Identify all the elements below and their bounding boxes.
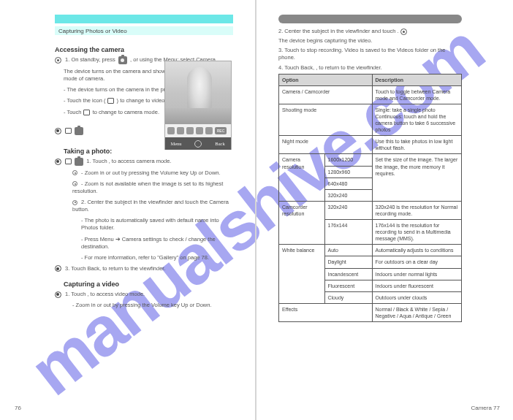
cell: 1280x960	[324, 166, 372, 177]
cell: For outdoors on a clear day	[372, 256, 462, 268]
table-row: Camera resolution 1600x1200 Set the size…	[279, 154, 462, 166]
number-1-icon	[55, 56, 64, 63]
cell: Single: take a single photo Continuous: …	[372, 104, 462, 135]
sub-bullet-icon	[72, 181, 77, 186]
cell: 176x144	[324, 220, 372, 245]
cell: Fluorescent	[324, 280, 372, 291]
left-header-bar	[55, 15, 233, 23]
video-mode-icon	[107, 98, 114, 104]
rec-indicator: REC	[215, 127, 227, 134]
softkey-shutter[interactable]	[187, 137, 209, 150]
right-header-bar	[278, 15, 462, 23]
cell-group: Camera resolution	[279, 154, 325, 201]
preview-wb-icon	[205, 127, 213, 134]
photo-step2c: - For more information, refer to "Galler…	[55, 254, 233, 261]
photo-step3: 3. Touch Back, to return to the viewfind…	[55, 265, 233, 272]
cell: Cloudy	[324, 291, 372, 303]
cell: Set the size of the image. The larger th…	[372, 154, 462, 201]
bullet-icon	[55, 159, 61, 165]
camera-key-icon	[118, 56, 127, 64]
sub-bullet-icon	[72, 170, 77, 175]
cell: Use this to take photos in low light wit…	[372, 136, 462, 154]
cell: Effects	[279, 303, 373, 321]
table-row: Camera / Camcorder Touch to toggle betwe…	[279, 85, 462, 104]
th-desc: Description	[372, 74, 462, 85]
bullet-icon	[55, 291, 61, 298]
cell: Auto	[324, 245, 372, 256]
video-zoom: - Zoom in or out by pressing the Volume …	[55, 302, 233, 309]
photo-step2b: - Press Menu ➔ Camera settings to check …	[55, 236, 233, 251]
page-spread: Capturing Photos or Video Accessing the …	[0, 0, 513, 420]
cell: 320x240 is the resolution for Normal rec…	[372, 201, 462, 219]
cell: Camera / Camcorder	[279, 85, 373, 104]
cell: Automatically adjusts to conditions	[372, 245, 462, 256]
cell: 320x240	[324, 189, 372, 201]
fragment: 3. Touch Back, to return to the viewfind…	[65, 265, 165, 272]
cell: Daylight	[324, 256, 372, 268]
photo-step2: 2. Center the subject in the viewfinder …	[55, 199, 233, 213]
page-number-right: Camera 77	[471, 405, 500, 411]
fragment: - Zoom in or out by pressing the Volume …	[81, 169, 221, 176]
table-row: White balance Auto Automatically adjusts…	[279, 245, 462, 256]
photo-zoom-b: - Zoom is not available when the image i…	[55, 180, 233, 195]
left-subheader: Capturing Photos or Video	[55, 26, 233, 35]
fragment: 2. Center the subject in the viewfinder …	[278, 28, 399, 34]
cell: Night mode	[279, 136, 373, 154]
left-page: Capturing Photos or Video Accessing the …	[0, 0, 256, 420]
options-table: Option Description Camera / Camcorder To…	[278, 74, 462, 322]
page-number-left: 76	[15, 405, 21, 411]
step1-text-before: 1. On standby, press	[65, 56, 115, 63]
fragment: - Zoom is not available when the image i…	[72, 180, 223, 194]
cell: Indoors under normal lights	[372, 268, 462, 280]
right-step3: 3. Touch to stop recording. Video is sav…	[278, 47, 462, 61]
camera-icon	[75, 158, 83, 166]
cell: Outdoors under clouds	[372, 291, 462, 303]
cell: 320x240	[324, 201, 372, 219]
right-page: 2. Center the subject in the viewfinder …	[256, 0, 513, 420]
video-step1: 1. Touch , to access video mode.	[55, 291, 233, 298]
right-step2: 2. Center the subject in the viewfinder …	[278, 28, 462, 35]
cell: 176x144 is the resolution for recording …	[372, 220, 462, 245]
right-step2b: The device begins capturing the video.	[278, 37, 462, 45]
table-row: Effects Normal / Black & White / Sepia /…	[279, 303, 462, 321]
fragment: to change to camera mode.	[93, 109, 159, 115]
cell: Touch to toggle between Camera mode and …	[372, 85, 462, 104]
softkey-menu[interactable]: Menu	[165, 137, 187, 150]
photo-step1: 1. Touch , to access camera mode.	[55, 158, 233, 166]
camera-preview: REC Menu Back	[164, 61, 232, 150]
mode-arrow-icon	[65, 128, 72, 134]
fragment: 1. Touch , to access camera mode.	[86, 158, 171, 164]
bullet-icon	[55, 265, 61, 272]
fragment: 1. Touch , to access video mode.	[65, 291, 145, 297]
preview-flash-icon	[177, 127, 184, 134]
preview-mode-icon	[167, 127, 175, 134]
table-row: Shooting mode Single: take a single phot…	[279, 104, 462, 135]
preview-res-icon	[196, 127, 203, 134]
photo-step2a: - The photo is automatically saved with …	[55, 217, 233, 232]
cell: 1600x1200	[324, 154, 372, 166]
preview-photo	[165, 61, 231, 124]
table-row: Camcorder resolution 320x240 320x240 is …	[279, 201, 462, 219]
record-icon	[400, 28, 407, 35]
cell-group: Camcorder resolution	[279, 201, 325, 244]
camera-icon	[75, 127, 83, 135]
section-title: Accessing the camera	[55, 46, 233, 53]
cell: Indoors under fluorescent	[372, 280, 462, 291]
photo-zoom-a: - Zoom in or out by pressing the Volume …	[55, 169, 233, 177]
softkey-back[interactable]: Back	[209, 137, 231, 150]
fragment: - Touch	[64, 109, 81, 115]
subhead-video: Capturing a video	[55, 280, 233, 288]
bullet-icon	[55, 128, 61, 134]
camera-mode-icon	[83, 110, 90, 115]
cell-group: White balance	[279, 245, 325, 303]
cell: Normal / Black & White / Sepia / Negativ…	[372, 303, 462, 321]
table-row: Night mode Use this to take photos in lo…	[279, 136, 462, 154]
fragment: - Touch the icon (	[64, 97, 105, 104]
arrow-icon	[65, 159, 72, 164]
th-option: Option	[279, 74, 373, 85]
preview-icon-row: REC	[165, 124, 231, 137]
table-header-row: Option Description	[279, 74, 462, 85]
cell: 640x480	[324, 177, 372, 189]
cell: Shooting mode	[279, 104, 373, 135]
preview-softkeys: Menu Back	[165, 137, 231, 150]
